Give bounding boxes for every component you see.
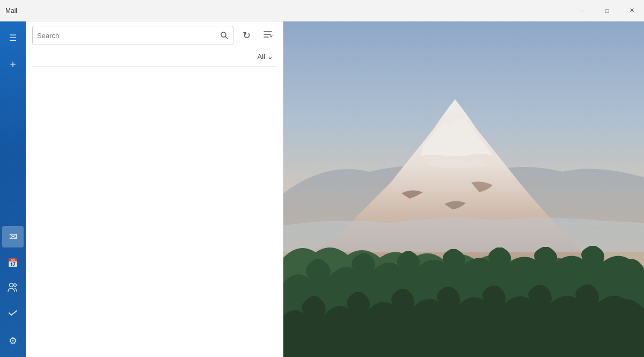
sidebar-item-mail[interactable]: ✉ xyxy=(2,226,24,247)
app-title: Mail xyxy=(5,7,17,14)
app-body: ☰ + ✉ 📅 xyxy=(0,21,644,357)
sync-button[interactable]: ↻ xyxy=(238,27,255,44)
mail-icon: ✉ xyxy=(9,231,17,243)
hamburger-menu-button[interactable]: ☰ xyxy=(2,27,24,48)
all-filter-button[interactable]: All ⌄ xyxy=(254,52,276,62)
maximize-icon: □ xyxy=(605,8,609,14)
search-icon-button[interactable] xyxy=(220,31,229,40)
title-bar: Mail ─ □ ✕ xyxy=(0,0,644,21)
sidebar-item-calendar[interactable]: 📅 xyxy=(2,252,24,273)
search-input[interactable] xyxy=(37,32,220,40)
hamburger-icon: ☰ xyxy=(9,33,17,43)
calendar-icon: 📅 xyxy=(8,258,18,268)
compose-icon: + xyxy=(10,59,16,71)
sidebar-item-people[interactable] xyxy=(2,278,24,299)
content-panel xyxy=(283,21,644,357)
mail-panel: ↻ All ⌄ xyxy=(26,21,283,357)
tasks-icon xyxy=(8,308,18,320)
close-button[interactable]: ✕ xyxy=(619,0,644,21)
sidebar-item-settings[interactable]: ⚙ xyxy=(2,330,24,352)
filter-row: All ⌄ xyxy=(32,49,276,67)
maximize-button[interactable]: □ xyxy=(595,0,619,21)
filter-options-button[interactable] xyxy=(259,27,276,44)
people-icon xyxy=(8,282,18,294)
minimize-icon: ─ xyxy=(580,8,584,14)
window-controls: ─ □ ✕ xyxy=(570,0,644,21)
all-filter-label: All xyxy=(258,53,265,61)
filter-list-icon xyxy=(263,30,273,41)
settings-icon: ⚙ xyxy=(9,335,17,347)
title-bar-left: Mail xyxy=(5,7,17,14)
filter-chevron-icon: ⌄ xyxy=(267,53,273,61)
search-toolbar-row: ↻ xyxy=(32,26,276,49)
svg-line-3 xyxy=(225,37,228,39)
svg-point-1 xyxy=(14,284,17,287)
search-bar[interactable] xyxy=(32,26,233,45)
close-icon: ✕ xyxy=(630,7,634,14)
svg-point-0 xyxy=(10,283,13,287)
sync-icon: ↻ xyxy=(243,30,251,41)
mail-panel-header: ↻ All ⌄ xyxy=(26,21,283,67)
compose-button[interactable]: + xyxy=(2,54,24,75)
sidebar-item-tasks[interactable] xyxy=(2,303,24,325)
nav-sidebar: ☰ + ✉ 📅 xyxy=(0,21,26,357)
mountain-background xyxy=(283,21,644,357)
mail-list-area xyxy=(26,67,283,357)
minimize-button[interactable]: ─ xyxy=(570,0,595,21)
